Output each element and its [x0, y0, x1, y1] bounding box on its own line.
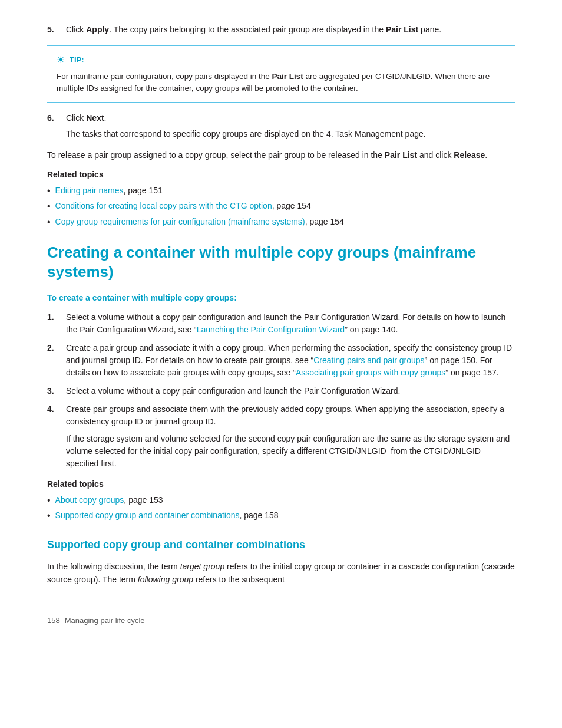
- related-topics-1-heading: Related topics: [47, 169, 515, 181]
- step-5-text-after: . The copy pairs belonging to the associ…: [109, 25, 386, 34]
- related-topics-section1: Related topics • About copy groups, page…: [47, 478, 515, 523]
- release-text-2: and click: [417, 150, 454, 160]
- related-item-2-content: Conditions for creating local copy pairs…: [55, 200, 311, 212]
- s1-related-item-2-content: Supported copy group and container combi…: [55, 509, 279, 522]
- bullet-1: •: [47, 185, 51, 197]
- footer: 158 Managing pair life cycle: [47, 610, 515, 627]
- target-group-italic: target group: [180, 562, 225, 571]
- release-text-1: To release a pair group assigned to a co…: [47, 150, 385, 160]
- related-topics-section1-heading: Related topics: [47, 478, 515, 490]
- tip-body-text: For mainframe pair configuration, copy p…: [57, 72, 272, 81]
- related-item-3-content: Copy group requirements for pair configu…: [55, 216, 344, 228]
- s1-related-item-1-content: About copy groups, page 153: [55, 494, 163, 506]
- s1-step-4-main: Create pair groups and associate them wi…: [66, 403, 515, 428]
- related-item-1: • Editing pair names, page 151: [47, 185, 515, 197]
- step-6-text-before: Click: [66, 113, 86, 123]
- release-end: .: [485, 150, 487, 160]
- step-6-main: Click Next.: [66, 112, 515, 124]
- s1-bullet-2: •: [47, 509, 51, 522]
- related-item-1-content: Editing pair names, page 151: [55, 185, 163, 197]
- s1-related-item-1: • About copy groups, page 153: [47, 494, 515, 507]
- step-6: 6. Click Next. The tasks that correspond…: [47, 112, 515, 140]
- s1-related-item-2-suffix: , page 158: [239, 510, 278, 520]
- step-5-number: 5.: [47, 24, 66, 36]
- tip-label: TIP:: [70, 54, 84, 66]
- s1-step-4-sub: If the storage system and volume selecte…: [66, 433, 515, 470]
- link-launching-wizard[interactable]: Launching the Pair Configuration Wizard: [197, 325, 345, 334]
- section2-intro3-text: refers to the subsequent: [193, 575, 285, 584]
- s1-step-3-num: 3.: [47, 385, 66, 397]
- pair-list-keyword-release: Pair List: [385, 150, 417, 160]
- step-6-sub: The tasks that correspond to specific co…: [66, 128, 515, 140]
- related-link-editing-pair-names[interactable]: Editing pair names: [55, 186, 124, 195]
- s1-related-item-2: • Supported copy group and container com…: [47, 509, 515, 522]
- s1-step-2-num: 2.: [47, 342, 66, 379]
- link-about-copy-groups[interactable]: About copy groups: [55, 495, 124, 505]
- tip-box: ☀ TIP: For mainframe pair configuration,…: [47, 45, 515, 103]
- related-item-2-suffix: , page 154: [272, 201, 311, 210]
- tip-body: For mainframe pair configuration, copy p…: [57, 71, 505, 95]
- next-keyword: Next: [86, 113, 104, 123]
- related-link-copy-group-requirements[interactable]: Copy group requirements for pair configu…: [55, 217, 305, 226]
- related-list-1: • Editing pair names, page 151 • Conditi…: [47, 185, 515, 229]
- link-creating-pairs[interactable]: Creating pairs and pair groups: [313, 355, 424, 365]
- related-list-section1: • About copy groups, page 153 • Supporte…: [47, 494, 515, 523]
- release-paragraph: To release a pair group assigned to a co…: [47, 149, 515, 162]
- step-6-text-after: .: [104, 113, 107, 123]
- bullet-3: •: [47, 216, 51, 229]
- related-link-ctg-option[interactable]: Conditions for creating local copy pairs…: [55, 201, 272, 210]
- procedure-heading: To create a container with multiple copy…: [47, 292, 515, 304]
- step-5-text-before: Click: [66, 25, 86, 34]
- s1-step-3: 3. Select a volume without a copy pair c…: [47, 385, 515, 397]
- footer-text: Managing pair life cycle: [65, 615, 145, 627]
- apply-keyword: Apply: [86, 25, 109, 34]
- s1-step-1-content: Select a volume without a copy pair conf…: [66, 311, 515, 336]
- bullet-2: •: [47, 200, 51, 213]
- s1-step-4: 4. Create pair groups and associate them…: [47, 403, 515, 470]
- related-item-3-suffix: , page 154: [305, 217, 344, 226]
- section2-title: Supported copy group and container combi…: [47, 537, 515, 553]
- s1-related-item-1-suffix: , page 153: [124, 495, 163, 505]
- section1-steps-list: 1. Select a volume without a copy pair c…: [47, 311, 515, 470]
- section2-intro: In the following discussion, the term ta…: [47, 560, 515, 587]
- s1-step-4-num: 4.: [47, 403, 66, 470]
- link-associating-pair-groups[interactable]: Associating pair groups with copy groups: [296, 368, 445, 377]
- s1-bullet-1: •: [47, 494, 51, 507]
- s1-step-1: 1. Select a volume without a copy pair c…: [47, 311, 515, 336]
- step-6-content: Click Next. The tasks that correspond to…: [66, 112, 515, 140]
- s1-step-3-content: Select a volume without a copy pair conf…: [66, 385, 515, 397]
- s1-step-4-content: Create pair groups and associate them wi…: [66, 403, 515, 470]
- s1-step-1-num: 1.: [47, 311, 66, 336]
- s1-step-2-content: Create a pair group and associate it wit…: [66, 342, 515, 379]
- link-supported-copy-group[interactable]: Supported copy group and container combi…: [55, 510, 240, 520]
- pair-list-keyword-1: Pair List: [386, 25, 418, 34]
- footer-page-num: 158: [47, 615, 60, 627]
- following-group-italic: following group: [138, 575, 193, 584]
- tip-icon: ☀: [57, 53, 65, 67]
- section1-title: Creating a container with multiple copy …: [47, 243, 515, 281]
- related-item-3: • Copy group requirements for pair confi…: [47, 216, 515, 229]
- step-5: 5. Click Apply. The copy pairs belonging…: [47, 24, 515, 36]
- step-6-number: 6.: [47, 112, 66, 140]
- tip-header: ☀ TIP:: [57, 53, 505, 67]
- s1-step-2: 2. Create a pair group and associate it …: [47, 342, 515, 379]
- pair-list-keyword-tip: Pair List: [272, 72, 303, 81]
- step-5-content: Click Apply. The copy pairs belonging to…: [66, 24, 515, 36]
- related-item-1-suffix: , page 151: [124, 186, 163, 195]
- step-5-text-end: pane.: [418, 25, 441, 34]
- section2-intro-text: In the following discussion, the term: [47, 562, 180, 571]
- release-keyword: Release: [454, 150, 485, 160]
- related-item-2: • Conditions for creating local copy pai…: [47, 200, 515, 213]
- related-topics-1: Related topics • Editing pair names, pag…: [47, 169, 515, 229]
